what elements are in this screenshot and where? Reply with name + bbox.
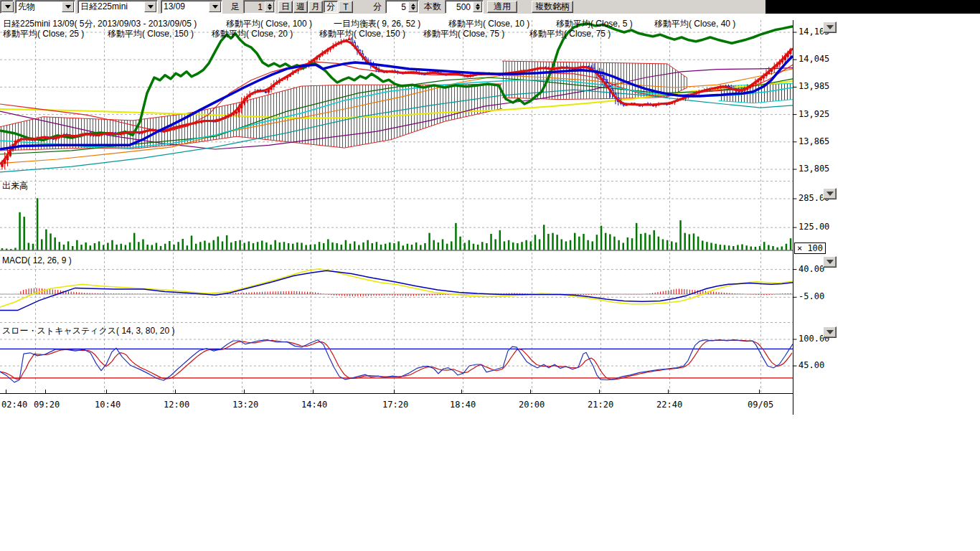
time-tick-label: 18:40 [450, 400, 476, 410]
chevron-down-icon[interactable] [1, 1, 14, 12]
price-tick-label: 13,985 [798, 82, 829, 91]
time-tick-label: 17:20 [382, 400, 408, 410]
time-tick-label: 12:00 [164, 400, 189, 410]
contract-select[interactable]: 13/09 [161, 0, 222, 14]
chevron-down-icon [826, 25, 834, 29]
count-stepper[interactable]: 500 [445, 0, 484, 14]
chevron-down-icon [826, 192, 834, 196]
chart-canvas[interactable] [0, 0, 980, 551]
minutes-label: 分 [372, 1, 383, 13]
volume-panel-title: 出来高 [2, 182, 28, 191]
multi-symbol-button[interactable]: 複数銘柄 [532, 1, 573, 13]
period-button-分[interactable]: 分 [324, 1, 338, 13]
legend-item: 移動平均( Close, 75 ) [423, 29, 504, 39]
price-tick-label: 13,805 [798, 164, 829, 174]
bar-label: 足 [230, 1, 241, 13]
time-tick-label: 14:40 [301, 400, 327, 410]
time-tick-label: 09/05 [748, 400, 773, 410]
time-tick-label: 02:40 [1, 400, 27, 410]
price-tick-label: 13,925 [798, 110, 829, 119]
count-value: 500 [446, 2, 472, 12]
price-tick-label: 14,045 [798, 55, 829, 64]
chevron-down-icon[interactable] [144, 1, 156, 12]
legend-item: 移動平均( Close, 25 ) [3, 29, 84, 39]
period-button-月[interactable]: 月 [308, 1, 323, 13]
legend-item: 移動平均( Close, 40 ) [654, 19, 735, 29]
apply-button[interactable]: 適用 [487, 1, 517, 13]
stoch-axis-menu-button[interactable] [823, 326, 837, 338]
bar-interval-stepper[interactable]: 1 [243, 0, 275, 14]
chevron-down-icon[interactable] [209, 1, 221, 12]
spinner-arrows-icon[interactable] [408, 1, 418, 12]
chevron-down-icon [826, 260, 834, 264]
time-tick-label: 20:00 [519, 400, 545, 410]
macd-panel-title: MACD( 12, 26, 9 ) [2, 256, 72, 265]
minutes-value: 5 [386, 2, 407, 12]
period-button-group: 日週月分T [278, 1, 353, 13]
volume-tick-label: 125.00 [798, 222, 829, 232]
pane-collapse-button[interactable] [0, 0, 14, 14]
category-select[interactable]: 先物 [15, 0, 75, 14]
volume-axis-menu-button[interactable] [823, 188, 837, 199]
time-tick-label: 10:40 [95, 400, 121, 410]
price-tick-label: 13,865 [798, 137, 829, 146]
minutes-stepper[interactable]: 5 [385, 0, 419, 14]
time-tick-label: 22:40 [656, 400, 682, 410]
count-label: 本数 [423, 1, 443, 13]
chevron-down-icon[interactable] [62, 1, 74, 12]
period-button-T[interactable]: T [339, 1, 353, 13]
stoch-tick-label: 45.00 [798, 361, 824, 370]
legend-item: 移動平均( Close, 100 ) [226, 19, 312, 29]
stoch-panel-title: スロー・ストキャスティクス( 14, 3, 80, 20 ) [2, 326, 174, 336]
legend-item: 移動平均( Close, 75 ) [529, 29, 611, 39]
legend-item: 一目均衡表( 9, 26, 52 ) [334, 19, 420, 29]
legend-item: 日経225mini 13/09( 5分, 2013/09/03 - 2013/0… [3, 19, 197, 29]
macd-tick-label: -5.00 [798, 292, 824, 301]
time-tick-label: 21:20 [588, 400, 613, 410]
legend-item: 移動平均( Close, 10 ) [448, 19, 529, 29]
symbol-value: 日経225mini [78, 1, 143, 12]
category-value: 先物 [16, 1, 61, 12]
toolbar-background: 先物 日経225mini 13/09 足 1 日週月分T 分 [0, 0, 980, 14]
macd-axis-menu-button[interactable] [823, 256, 837, 268]
time-tick-label: 09:20 [34, 400, 60, 410]
macd-tick-label: 40.00 [798, 265, 824, 274]
period-button-日[interactable]: 日 [278, 1, 293, 13]
volume-multiplier-badge: × 100 [794, 242, 826, 254]
app-window: { "toolbar": { "pane_collapse": "▼", "ca… [0, 0, 980, 551]
legend-item: 移動平均( Close, 5 ) [556, 19, 633, 29]
toolbar: 先物 日経225mini 13/09 足 1 日週月分T 分 [0, 0, 765, 14]
legend-item: 移動平均( Close, 20 ) [212, 29, 293, 39]
price-axis-menu-button[interactable] [823, 22, 837, 33]
period-button-週[interactable]: 週 [293, 1, 308, 13]
legend-item: 移動平均( Close, 150 ) [319, 29, 405, 39]
contract-value: 13/09 [161, 1, 208, 12]
spinner-arrows-icon[interactable] [265, 1, 274, 12]
legend-item: 移動平均( Close, 150 ) [108, 29, 194, 39]
bar-interval-value: 1 [244, 2, 264, 12]
chevron-down-icon [826, 330, 834, 334]
time-tick-label: 13:20 [232, 400, 258, 410]
spinner-arrows-icon[interactable] [473, 1, 482, 12]
symbol-select[interactable]: 日経225mini [77, 0, 158, 14]
